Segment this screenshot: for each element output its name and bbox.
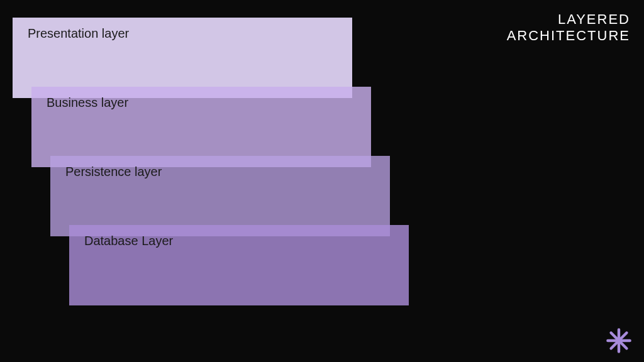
layer-label: Presentation layer	[28, 26, 129, 40]
title-line-2: ARCHITECTURE	[507, 28, 630, 44]
layer-business: Business layer	[31, 87, 371, 167]
page-title: LAYERED ARCHITECTURE	[507, 11, 630, 45]
layer-persistence: Persistence layer	[50, 156, 390, 236]
layer-label: Database Layer	[84, 234, 173, 248]
title-line-1: LAYERED	[507, 11, 630, 28]
asterisk-icon	[605, 327, 633, 354]
layer-database: Database Layer	[69, 225, 409, 305]
layer-label: Business layer	[47, 96, 128, 109]
layer-presentation: Presentation layer	[13, 18, 352, 98]
layer-label: Persistence layer	[65, 165, 162, 178]
